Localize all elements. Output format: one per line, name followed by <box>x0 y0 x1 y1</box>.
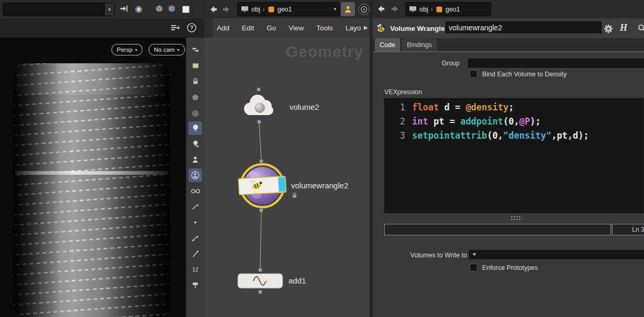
breadcrumb-geo1[interactable]: geo1 <box>277 6 292 13</box>
breadcrumb-separator: › <box>431 6 433 13</box>
lock-icon[interactable] <box>186 73 205 89</box>
import-export-icon[interactable] <box>186 42 205 58</box>
menu-layout[interactable]: Layo <box>346 24 361 32</box>
editor-resize-grip[interactable] <box>510 216 522 221</box>
tab-code[interactable]: Code <box>375 38 400 51</box>
enforce-prototypes-checkbox[interactable] <box>470 264 478 271</box>
node-label-add1[interactable]: add1 <box>288 276 306 285</box>
params-header: Volume Wrangle H <box>373 18 644 39</box>
menu-tools[interactable]: Tools <box>316 24 333 32</box>
geo-node-icon <box>268 6 275 13</box>
menu-view[interactable]: View <box>288 24 304 32</box>
wire-volume2-to-wrangle[interactable] <box>259 124 261 159</box>
menu-edit[interactable]: Edit <box>242 24 254 32</box>
display-options-toolbar: ⊗ ◎ ● 12 <box>186 38 204 317</box>
pane-tab-handle[interactable] <box>204 18 213 38</box>
menu-add[interactable]: Add <box>217 24 229 32</box>
node-type-label: Volume Wrangle <box>390 25 445 32</box>
params-tabbar: Code Bindings <box>373 38 644 51</box>
node-name-input[interactable] <box>446 21 602 34</box>
node-label-volume2[interactable]: volume2 <box>290 103 319 111</box>
brush-tool-icon[interactable] <box>186 230 205 246</box>
follow-target-button[interactable] <box>357 2 371 16</box>
cursor-position-field: Ln 3, <box>612 224 644 235</box>
show-display-operator-button[interactable] <box>341 2 355 16</box>
node-label-volumewrangle2[interactable]: volumewrangle2 <box>291 181 348 190</box>
menu-go[interactable]: Go <box>267 24 276 32</box>
no-cam-label: No cam <box>154 47 175 53</box>
node-graph <box>204 38 370 317</box>
network-topbar: obj › geo1 ▾ <box>204 0 370 19</box>
help-icon[interactable]: ? <box>186 22 197 33</box>
no-cam-button[interactable]: No cam ▾ <box>149 44 185 55</box>
bind-each-label: Bind Each Volume to Density <box>482 71 567 78</box>
breadcrumb-separator: › <box>263 6 265 13</box>
back-arrow-button[interactable] <box>377 5 385 13</box>
volumes-to-write-input[interactable] <box>469 250 644 260</box>
handle-dot-icon[interactable]: ● <box>186 214 205 230</box>
vex-code-editor[interactable]: 1float d = @density;2int pt = addpoint(0… <box>384 98 644 213</box>
svg-text:?: ? <box>190 25 194 31</box>
knife-tool-icon[interactable] <box>186 199 205 214</box>
volumes-to-write-label: Volumes to Write to <box>373 252 467 259</box>
network-list-icon[interactable] <box>171 24 180 31</box>
network-menubar: Add Edit Go View Tools Layo ▶ <box>204 18 370 38</box>
houdini-window: ▾ ◉ ? <box>0 0 644 317</box>
scene-view-topbar: ▾ ◉ <box>0 0 204 19</box>
volume-wrangle-node-icon <box>376 23 387 33</box>
no-selection-icon[interactable]: ⊗ <box>186 89 205 105</box>
chevron-down-icon: ▾ <box>104 3 114 16</box>
stereo-glasses-icon[interactable] <box>186 183 205 199</box>
cube-material-icon[interactable] <box>168 5 176 13</box>
headlight-toggle[interactable] <box>186 120 205 136</box>
tab-bindings[interactable]: Bindings <box>401 38 438 51</box>
camera-select[interactable]: ▾ <box>3 3 115 16</box>
group-label: Group <box>373 60 460 67</box>
breadcrumb-geo1[interactable]: geo1 <box>446 6 460 13</box>
material-library-icon[interactable] <box>186 58 205 73</box>
breadcrumb-obj[interactable]: obj <box>419 6 428 13</box>
bind-each-checkbox[interactable] <box>470 70 478 78</box>
node-volume2[interactable] <box>244 95 273 115</box>
character-display-icon[interactable] <box>186 152 205 167</box>
needle-tool-icon[interactable] <box>186 246 205 262</box>
breadcrumb-obj[interactable]: obj <box>251 6 260 13</box>
search-icon[interactable] <box>638 24 644 32</box>
persp-label: Persp <box>117 47 132 53</box>
chevron-down-icon: ▾ <box>135 48 137 52</box>
lightbulb-icon <box>192 124 199 132</box>
lights-toggle[interactable] <box>186 136 205 152</box>
menu-overflow-icon[interactable]: ▶ <box>364 25 368 30</box>
network-path-breadcrumb: obj › geo1 ▾ <box>237 2 340 16</box>
chevron-down-icon: ▾ <box>177 48 180 52</box>
select-mode-icon[interactable]: ◎ <box>186 105 205 120</box>
viewport[interactable]: Persp ▾ No cam ▾ <box>0 38 186 317</box>
params-path-breadcrumb: obj › geo1 <box>405 2 491 16</box>
editor-status-field <box>384 224 611 235</box>
pin-view-icon[interactable] <box>119 5 128 13</box>
forward-arrow-button[interactable] <box>221 5 231 14</box>
link-target-icon[interactable]: ◉ <box>135 5 142 13</box>
white-square-icon[interactable] <box>182 6 190 13</box>
chevron-down-icon[interactable]: ▾ <box>330 7 336 12</box>
person-yellow-icon <box>344 5 352 13</box>
node-add1[interactable] <box>238 274 283 288</box>
ghost-objects-toggle[interactable] <box>186 167 205 183</box>
persp-camera-button[interactable]: Persp ▾ <box>112 44 142 55</box>
locked-badge-icon <box>292 192 297 198</box>
back-arrow-button[interactable] <box>209 5 218 14</box>
forward-arrow-button[interactable] <box>391 5 399 13</box>
geo-node-icon <box>436 6 443 13</box>
scene-view-toolbar: ? <box>0 18 204 38</box>
group-input[interactable] <box>468 59 644 69</box>
params-body: Group Bind Each Volume to Density VEXpre… <box>373 52 644 317</box>
gear-icon[interactable] <box>604 24 613 33</box>
construction-tool-icon[interactable] <box>186 277 205 293</box>
wire-wrangle-to-add1[interactable] <box>260 212 261 268</box>
houdini-help-icon[interactable]: H <box>620 22 627 33</box>
geometry-cube-icon[interactable] <box>155 5 163 13</box>
frame-count-badge[interactable]: 12 <box>186 262 205 277</box>
network-canvas[interactable]: Geometry <box>204 38 370 317</box>
monitor-icon <box>241 6 249 13</box>
node-volumewrangle2[interactable] <box>238 164 286 207</box>
